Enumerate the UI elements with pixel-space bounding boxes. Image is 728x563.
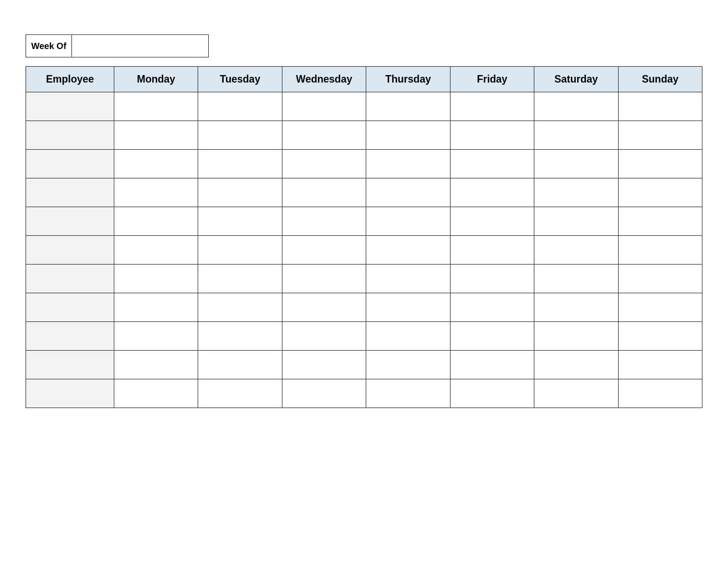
day-cell[interactable] <box>618 178 702 207</box>
day-cell[interactable] <box>114 121 198 150</box>
day-cell[interactable] <box>198 207 282 236</box>
day-cell[interactable] <box>282 207 366 236</box>
day-cell[interactable] <box>366 207 450 236</box>
employee-cell[interactable] <box>26 92 114 121</box>
day-cell[interactable] <box>282 379 366 408</box>
day-cell[interactable] <box>114 207 198 236</box>
day-cell[interactable] <box>282 351 366 379</box>
employee-cell[interactable] <box>26 150 114 178</box>
employee-cell[interactable] <box>26 264 114 293</box>
day-cell[interactable] <box>366 178 450 207</box>
day-cell[interactable] <box>450 121 534 150</box>
day-cell[interactable] <box>618 207 702 236</box>
day-cell[interactable] <box>534 92 618 121</box>
day-cell[interactable] <box>534 351 618 379</box>
employee-cell[interactable] <box>26 322 114 351</box>
day-cell[interactable] <box>114 264 198 293</box>
day-cell[interactable] <box>450 236 534 264</box>
day-cell[interactable] <box>282 293 366 322</box>
header-row: Employee Monday Tuesday Wednesday Thursd… <box>26 67 702 92</box>
day-cell[interactable] <box>450 264 534 293</box>
day-cell[interactable] <box>282 264 366 293</box>
employee-cell[interactable] <box>26 178 114 207</box>
day-cell[interactable] <box>198 351 282 379</box>
table-row <box>26 121 702 150</box>
day-cell[interactable] <box>114 178 198 207</box>
day-cell[interactable] <box>114 351 198 379</box>
employee-cell[interactable] <box>26 236 114 264</box>
day-cell[interactable] <box>282 236 366 264</box>
day-cell[interactable] <box>282 178 366 207</box>
day-cell[interactable] <box>198 293 282 322</box>
day-cell[interactable] <box>366 293 450 322</box>
day-cell[interactable] <box>534 379 618 408</box>
employee-cell[interactable] <box>26 379 114 408</box>
day-cell[interactable] <box>282 322 366 351</box>
day-cell[interactable] <box>198 178 282 207</box>
day-cell[interactable] <box>534 150 618 178</box>
table-row <box>26 379 702 408</box>
day-cell[interactable] <box>534 178 618 207</box>
day-cell[interactable] <box>366 264 450 293</box>
day-cell[interactable] <box>618 92 702 121</box>
day-cell[interactable] <box>198 121 282 150</box>
header-tuesday: Tuesday <box>198 67 282 92</box>
day-cell[interactable] <box>114 236 198 264</box>
day-cell[interactable] <box>282 92 366 121</box>
table-row <box>26 293 702 322</box>
day-cell[interactable] <box>534 236 618 264</box>
day-cell[interactable] <box>450 293 534 322</box>
day-cell[interactable] <box>198 264 282 293</box>
day-cell[interactable] <box>366 121 450 150</box>
day-cell[interactable] <box>366 351 450 379</box>
day-cell[interactable] <box>450 322 534 351</box>
day-cell[interactable] <box>450 207 534 236</box>
day-cell[interactable] <box>366 236 450 264</box>
day-cell[interactable] <box>366 379 450 408</box>
employee-cell[interactable] <box>26 351 114 379</box>
day-cell[interactable] <box>366 322 450 351</box>
day-cell[interactable] <box>198 150 282 178</box>
day-cell[interactable] <box>618 150 702 178</box>
day-cell[interactable] <box>282 121 366 150</box>
employee-cell[interactable] <box>26 121 114 150</box>
employee-cell[interactable] <box>26 207 114 236</box>
day-cell[interactable] <box>114 322 198 351</box>
day-cell[interactable] <box>450 150 534 178</box>
day-cell[interactable] <box>198 322 282 351</box>
day-cell[interactable] <box>366 92 450 121</box>
day-cell[interactable] <box>534 121 618 150</box>
header-employee: Employee <box>26 67 114 92</box>
day-cell[interactable] <box>534 322 618 351</box>
day-cell[interactable] <box>534 207 618 236</box>
week-of-value[interactable] <box>72 34 209 57</box>
day-cell[interactable] <box>618 351 702 379</box>
day-cell[interactable] <box>114 379 198 408</box>
schedule-table: Employee Monday Tuesday Wednesday Thursd… <box>26 66 702 408</box>
day-cell[interactable] <box>618 379 702 408</box>
day-cell[interactable] <box>618 293 702 322</box>
day-cell[interactable] <box>618 236 702 264</box>
employee-cell[interactable] <box>26 293 114 322</box>
table-row <box>26 92 702 121</box>
header-thursday: Thursday <box>366 67 450 92</box>
day-cell[interactable] <box>534 264 618 293</box>
day-cell[interactable] <box>534 293 618 322</box>
day-cell[interactable] <box>450 92 534 121</box>
day-cell[interactable] <box>198 236 282 264</box>
day-cell[interactable] <box>198 92 282 121</box>
day-cell[interactable] <box>450 379 534 408</box>
day-cell[interactable] <box>198 379 282 408</box>
day-cell[interactable] <box>618 322 702 351</box>
day-cell[interactable] <box>114 92 198 121</box>
day-cell[interactable] <box>282 150 366 178</box>
header-wednesday: Wednesday <box>282 67 366 92</box>
day-cell[interactable] <box>450 351 534 379</box>
day-cell[interactable] <box>114 150 198 178</box>
day-cell[interactable] <box>450 178 534 207</box>
day-cell[interactable] <box>366 150 450 178</box>
table-row <box>26 178 702 207</box>
day-cell[interactable] <box>618 264 702 293</box>
day-cell[interactable] <box>618 121 702 150</box>
day-cell[interactable] <box>114 293 198 322</box>
